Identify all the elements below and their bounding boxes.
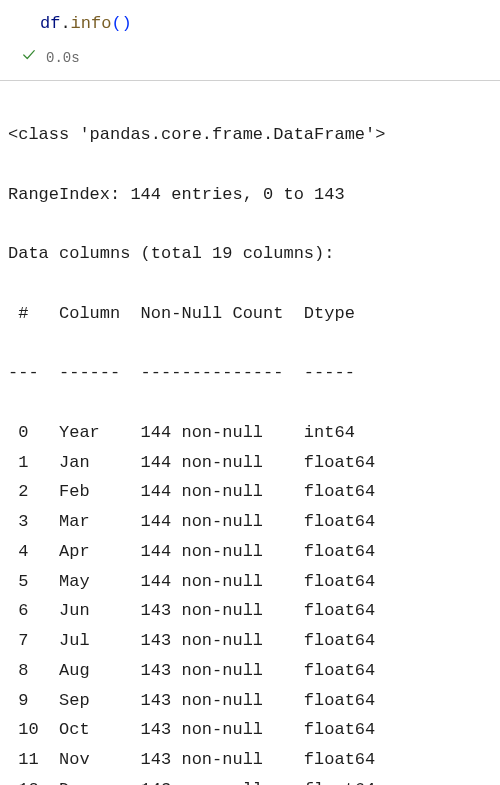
execution-status: 0.0s [0,41,500,79]
table-row: 2 Feb 144 non-null float64 [8,477,492,507]
output-rows: 0 Year 144 non-null int64 1 Jan 144 non-… [8,418,492,785]
table-row: 5 May 144 non-null float64 [8,567,492,597]
cell-output: <class 'pandas.core.frame.DataFrame'> Ra… [0,80,500,785]
check-icon [22,47,36,69]
table-row: 0 Year 144 non-null int64 [8,418,492,448]
table-row: 1 Jan 144 non-null float64 [8,448,492,478]
output-data-columns: Data columns (total 19 columns): [8,239,492,269]
output-header: # Column Non-Null Count Dtype [8,299,492,329]
output-class-line: <class 'pandas.core.frame.DataFrame'> [8,120,492,150]
table-row: 10 Oct 143 non-null float64 [8,715,492,745]
table-row: 6 Jun 143 non-null float64 [8,596,492,626]
output-divider: --- ------ -------------- ----- [8,358,492,388]
execution-duration: 0.0s [46,47,80,69]
code-parens: () [111,14,131,33]
code-object: df [40,14,60,33]
table-row: 9 Sep 143 non-null float64 [8,686,492,716]
code-cell-input[interactable]: df.info() [0,0,500,41]
table-row: 8 Aug 143 non-null float64 [8,656,492,686]
code-method: info [71,14,112,33]
table-row: 11 Nov 143 non-null float64 [8,745,492,775]
table-row: 7 Jul 143 non-null float64 [8,626,492,656]
table-row: 4 Apr 144 non-null float64 [8,537,492,567]
table-row: 12 Dec 143 non-null float64 [8,775,492,785]
table-row: 3 Mar 144 non-null float64 [8,507,492,537]
output-rangeindex: RangeIndex: 144 entries, 0 to 143 [8,180,492,210]
